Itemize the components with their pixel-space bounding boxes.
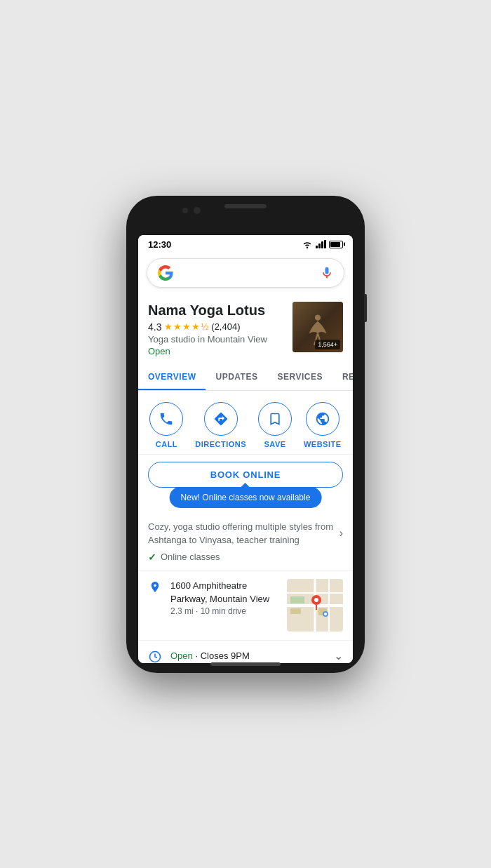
tabs-container: OVERVIEW UPDATES SERVICES REVIEWS P: [138, 365, 353, 391]
info-section: 1600 Amphitheatre Parkway, Mountain View…: [138, 570, 353, 663]
save-icon: [268, 411, 282, 427]
business-info: Nama Yoga Lotus 4.3 ★ ★ ★ ★ ½ (2,404) Yo…: [148, 302, 292, 356]
open-status: Open: [148, 346, 285, 356]
address-text: 1600 Amphitheatre Parkway, Mountain View: [170, 579, 278, 606]
phone-top-bar: [126, 196, 365, 208]
directions-icon: [213, 411, 229, 427]
hours-text: Open · Closes 9PM: [170, 650, 250, 661]
power-button: [364, 294, 367, 322]
star-1: ★: [164, 321, 173, 332]
camera-dot1: [182, 208, 188, 213]
status-icons: [302, 240, 343, 248]
call-button[interactable]: CALL: [149, 402, 183, 448]
book-section: BOOK ONLINE New! Online classes now avai…: [138, 455, 353, 495]
svg-rect-8: [290, 608, 301, 614]
google-logo: [157, 265, 174, 281]
svg-rect-6: [290, 596, 304, 603]
clock-icon: [148, 650, 162, 663]
online-classes-text: Online classes: [161, 552, 220, 562]
battery-fill: [330, 242, 340, 247]
closes-text: · Closes 9PM: [195, 650, 249, 661]
save-button[interactable]: SAVE: [258, 402, 292, 448]
home-indicator: [210, 662, 281, 666]
action-buttons: CALL DIRECTIONS: [138, 391, 353, 455]
tab-updates[interactable]: UPDATES: [206, 365, 267, 390]
address-content: 1600 Amphitheatre Parkway, Mountain View…: [170, 579, 278, 616]
directions-label: DIRECTIONS: [195, 440, 246, 448]
website-label: WEBSITE: [304, 440, 342, 448]
battery-icon: [329, 241, 343, 248]
rating-row: 4.3 ★ ★ ★ ★ ½ (2,404): [148, 321, 285, 333]
directions-circle: [204, 402, 238, 436]
call-label: CALL: [156, 440, 177, 448]
rating-number: 4.3: [148, 321, 161, 333]
search-bar-container: [138, 253, 353, 293]
description-chevron[interactable]: ›: [339, 527, 343, 540]
map-visual: [287, 579, 343, 632]
star-3: ★: [182, 321, 191, 332]
phone-frame: 12:30: [126, 196, 365, 673]
svg-point-12: [324, 613, 327, 615]
save-circle: [258, 402, 292, 436]
phone-icon: [159, 411, 174, 427]
screen-content[interactable]: 12:30: [138, 235, 353, 663]
business-image[interactable]: 1,564+: [292, 302, 343, 352]
description-text: Cozy, yoga studio offering multiple styl…: [148, 520, 339, 547]
wifi-icon: [302, 240, 313, 248]
business-card: Nama Yoga Lotus 4.3 ★ ★ ★ ★ ½ (2,404) Yo…: [138, 293, 353, 365]
website-circle: [306, 402, 339, 436]
description-row: Cozy, yoga studio offering multiple styl…: [148, 520, 343, 547]
checkmark-icon: ✓: [148, 552, 156, 563]
tab-overview[interactable]: OVERVIEW: [138, 365, 206, 390]
website-button[interactable]: WEBSITE: [304, 402, 342, 448]
phone-screen: 12:30: [138, 235, 353, 663]
status-time: 12:30: [148, 239, 171, 250]
business-name: Nama Yoga Lotus: [148, 302, 285, 319]
star-4: ★: [191, 321, 200, 332]
speaker: [224, 204, 267, 208]
review-count: (2,404): [211, 321, 240, 332]
svg-point-0: [315, 314, 321, 320]
tooltip-bubble: New! Online classes now available: [170, 487, 322, 508]
hours-content: Open · Closes 9PM ⌄: [170, 649, 343, 662]
status-bar: 12:30: [138, 235, 353, 253]
mic-icon[interactable]: [320, 265, 334, 281]
open-text: Open: [170, 650, 193, 661]
hours-row[interactable]: Open · Closes 9PM ⌄: [138, 641, 353, 663]
globe-icon: [315, 411, 330, 427]
business-type: Yoga studio in Mountain View: [148, 334, 285, 345]
map-thumbnail[interactable]: [287, 579, 343, 632]
svg-point-10: [314, 598, 318, 602]
search-bar[interactable]: [147, 258, 344, 288]
star-2: ★: [173, 321, 182, 332]
location-icon: [148, 580, 162, 599]
hours-chevron[interactable]: ⌄: [334, 649, 343, 662]
call-circle: [149, 402, 183, 436]
tab-reviews[interactable]: REVIEWS: [332, 365, 353, 390]
online-classes-row: ✓ Online classes: [148, 552, 343, 563]
directions-button[interactable]: DIRECTIONS: [195, 402, 246, 448]
image-count: 1,564+: [315, 340, 340, 349]
stars: ★ ★ ★ ★ ½: [164, 321, 208, 332]
camera-area: [182, 207, 201, 214]
star-half: ½: [201, 321, 208, 332]
distance-text: 2.3 mi · 10 min drive: [170, 606, 278, 616]
save-label: SAVE: [264, 440, 285, 448]
signal-icon: [316, 240, 326, 248]
tab-services[interactable]: SERVICES: [267, 365, 332, 390]
address-row[interactable]: 1600 Amphitheatre Parkway, Mountain View…: [138, 570, 353, 641]
camera-dot2: [194, 207, 201, 214]
